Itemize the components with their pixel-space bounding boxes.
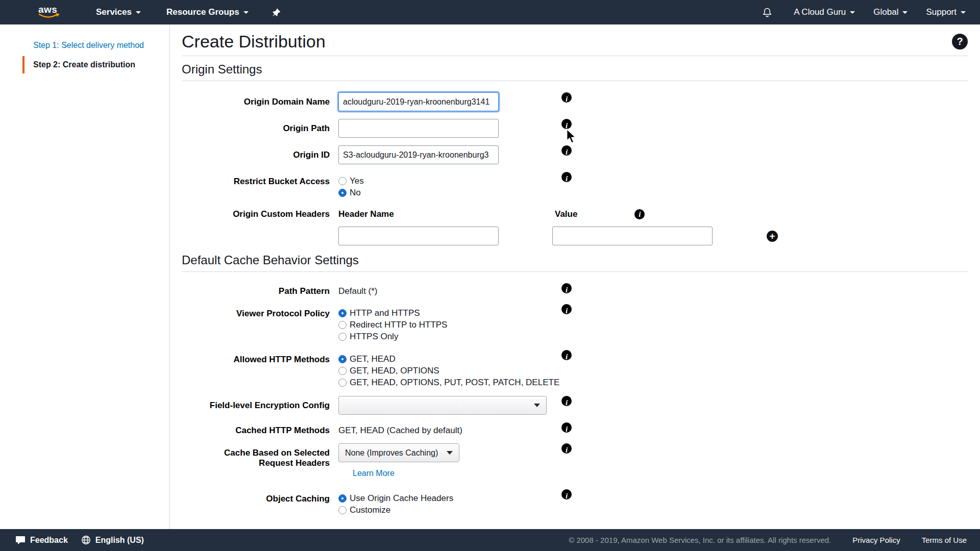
- radio-label: Redirect HTTP to HTTPS: [350, 320, 447, 330]
- learn-more-link[interactable]: Learn More: [353, 469, 395, 478]
- path-pattern-value: Default (*): [338, 283, 561, 296]
- origin-id-label: Origin ID: [182, 145, 330, 160]
- restrict-yes-option[interactable]: Yes: [338, 175, 561, 187]
- sidebar-step-1[interactable]: Step 1: Select delivery method: [22, 37, 169, 54]
- radio-label: GET, HEAD, OPTIONS, PUT, POST, PATCH, DE…: [350, 378, 559, 388]
- radio-label: GET, HEAD, OPTIONS: [350, 366, 439, 376]
- aws-logo[interactable]: aws: [37, 3, 63, 21]
- radio-checked-icon[interactable]: [338, 309, 347, 317]
- chevron-down-icon: [534, 404, 540, 407]
- radio-icon[interactable]: [338, 333, 347, 341]
- radio-icon[interactable]: [338, 367, 347, 375]
- cache-behavior-title: Default Cache Behavior Settings: [182, 253, 968, 267]
- nav-region-label: Global: [873, 7, 898, 17]
- radio-checked-icon[interactable]: [338, 494, 347, 503]
- globe-icon: [81, 535, 91, 545]
- nav-support-label: Support: [926, 7, 957, 17]
- origin-path-row: Origin Path i: [182, 119, 968, 138]
- radio-label: Use Origin Cache Headers: [350, 493, 453, 504]
- path-pattern-row: Path Pattern Default (*) i: [182, 283, 968, 296]
- radio-icon[interactable]: [338, 177, 347, 185]
- info-icon[interactable]: i: [561, 443, 572, 454]
- radio-label: Customize: [350, 505, 390, 515]
- viewer-policy-redirect-option[interactable]: Redirect HTTP to HTTPS: [338, 319, 561, 331]
- info-icon[interactable]: i: [561, 119, 572, 129]
- viewer-policy-https-only-option[interactable]: HTTPS Only: [338, 331, 561, 342]
- methods-get-head-options-option[interactable]: GET, HEAD, OPTIONS: [338, 365, 561, 377]
- info-icon[interactable]: i: [561, 350, 572, 360]
- object-caching-label: Object Caching: [182, 489, 330, 504]
- divider: [182, 271, 968, 272]
- field-level-encryption-label: Field-level Encryption Config: [182, 396, 330, 411]
- terms-of-use-link[interactable]: Terms of Use: [922, 536, 967, 544]
- object-caching-customize-option[interactable]: Customize: [338, 504, 561, 516]
- chevron-down-icon: [902, 11, 908, 14]
- header-name-column-label: Header Name: [338, 209, 555, 219]
- divider: [182, 81, 968, 81]
- origin-id-row: Origin ID i: [182, 145, 968, 164]
- nav-resource-groups[interactable]: Resource Groups: [166, 7, 249, 17]
- origin-custom-headers-row: Origin Custom Headers Header Name Value …: [182, 206, 968, 245]
- info-icon[interactable]: i: [561, 304, 572, 314]
- header-value-input[interactable]: [552, 227, 713, 245]
- help-icon[interactable]: ?: [952, 34, 968, 49]
- info-icon[interactable]: i: [561, 283, 572, 293]
- origin-id-input[interactable]: [338, 145, 499, 164]
- nav-services[interactable]: Services: [96, 7, 141, 17]
- chevron-down-icon: [961, 11, 966, 14]
- language-selector[interactable]: English (US): [81, 535, 144, 545]
- info-icon[interactable]: i: [561, 172, 572, 182]
- chevron-down-icon: [447, 451, 453, 455]
- info-icon[interactable]: i: [634, 209, 645, 219]
- methods-all-option[interactable]: GET, HEAD, OPTIONS, PUT, POST, PATCH, DE…: [338, 377, 561, 388]
- chevron-down-icon: [850, 11, 855, 14]
- value-column-label: Value: [555, 209, 577, 219]
- nav-account-label: A Cloud Guru: [794, 7, 846, 17]
- restrict-no-option[interactable]: No: [338, 187, 561, 198]
- nav-region-menu[interactable]: Global: [873, 7, 908, 17]
- radio-checked-icon[interactable]: [338, 189, 347, 197]
- info-icon[interactable]: i: [561, 422, 572, 433]
- cache-based-headers-row: Cache Based on Selected Request Headers …: [182, 443, 968, 478]
- nav-services-label: Services: [96, 7, 132, 17]
- radio-label: HTTPS Only: [350, 332, 398, 342]
- select-value: None (Improves Caching): [345, 448, 438, 458]
- object-caching-origin-headers-option[interactable]: Use Origin Cache Headers: [338, 492, 561, 504]
- radio-icon[interactable]: [338, 506, 347, 514]
- viewer-policy-http-https-option[interactable]: HTTP and HTTPS: [338, 307, 561, 319]
- radio-checked-icon[interactable]: [338, 355, 347, 363]
- origin-domain-name-input[interactable]: [338, 92, 499, 111]
- origin-settings-title: Origin Settings: [182, 62, 968, 77]
- allowed-http-methods-label: Allowed HTTP Methods: [182, 350, 330, 365]
- info-icon[interactable]: i: [561, 396, 572, 406]
- field-level-encryption-row: Field-level Encryption Config i: [182, 396, 968, 415]
- field-level-encryption-select[interactable]: [338, 396, 547, 415]
- radio-label: No: [350, 188, 361, 198]
- radio-label: Yes: [350, 176, 364, 186]
- viewer-protocol-policy-label: Viewer Protocol Policy: [182, 304, 330, 319]
- pin-icon[interactable]: [272, 8, 281, 17]
- info-icon[interactable]: i: [561, 489, 572, 499]
- notifications-bell-icon[interactable]: [762, 7, 772, 18]
- header-name-input[interactable]: [338, 227, 499, 245]
- add-header-button[interactable]: +: [767, 231, 778, 242]
- divider: [182, 56, 968, 56]
- feedback-button[interactable]: Feedback: [15, 536, 68, 545]
- origin-path-input[interactable]: [338, 119, 499, 138]
- nav-resource-groups-label: Resource Groups: [166, 7, 239, 17]
- radio-icon[interactable]: [338, 379, 347, 387]
- origin-path-label: Origin Path: [182, 119, 330, 134]
- steps-sidebar: Step 1: Select delivery method Step 2: C…: [0, 24, 170, 529]
- nav-account-menu[interactable]: A Cloud Guru: [794, 7, 855, 17]
- privacy-policy-link[interactable]: Privacy Policy: [852, 536, 900, 544]
- allowed-http-methods-row: Allowed HTTP Methods GET, HEAD GET, HEAD…: [182, 350, 968, 388]
- nav-support-menu[interactable]: Support: [926, 7, 966, 17]
- chevron-down-icon: [136, 11, 141, 14]
- info-icon[interactable]: i: [561, 92, 572, 103]
- info-icon[interactable]: i: [561, 145, 572, 156]
- copyright-text: © 2008 - 2019, Amazon Web Services, Inc.…: [569, 536, 831, 544]
- radio-icon[interactable]: [338, 321, 347, 329]
- cache-based-headers-select[interactable]: None (Improves Caching): [338, 443, 459, 462]
- methods-get-head-option[interactable]: GET, HEAD: [338, 353, 561, 365]
- sidebar-step-2[interactable]: Step 2: Create distribution: [22, 56, 169, 73]
